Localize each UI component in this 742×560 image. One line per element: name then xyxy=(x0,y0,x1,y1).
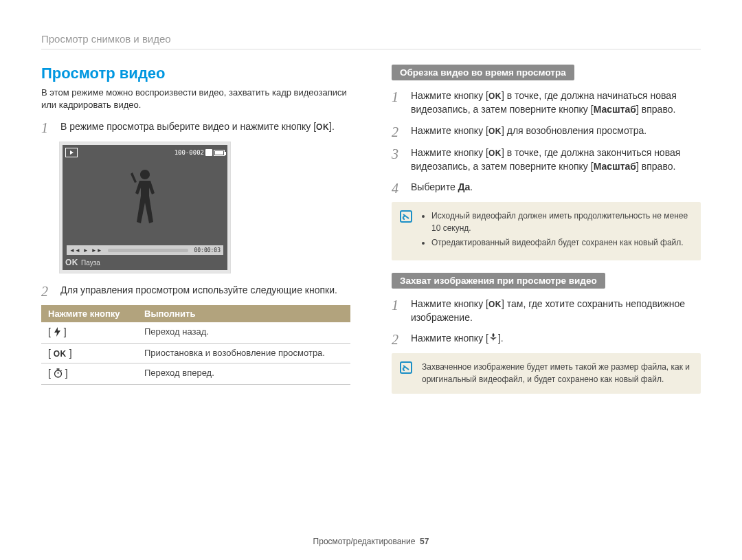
yes-label: Да xyxy=(458,181,471,192)
left-step-2: 2 Для управления просмотром используйте … xyxy=(41,283,350,298)
step-text-part: ]. xyxy=(329,121,335,132)
rewind-icon: ◄◄ xyxy=(69,247,80,254)
step-text-part: ] для возобновления просмотра. xyxy=(502,125,647,136)
step-text-part: Нажмите кнопку [ xyxy=(411,333,488,344)
bracket: ] xyxy=(61,326,67,337)
ok-label: OK xyxy=(65,258,78,267)
key-cell: [ ] xyxy=(41,322,137,343)
battery-icon xyxy=(214,150,225,156)
play-icon: ► xyxy=(83,247,89,254)
capture-step-1: 1 Нажмите кнопку [OK] там, где хотите со… xyxy=(392,297,701,325)
macro-icon xyxy=(488,332,498,346)
action-cell: Приостановка и возобновление просмотра. xyxy=(137,344,350,363)
playback-controls-bar: ◄◄ ► ►► 00:00:03 xyxy=(67,245,223,255)
table-row: [ ] Переход вперед. xyxy=(41,363,350,385)
step-number: 3 xyxy=(392,146,404,174)
step-text-part: ] вправо. xyxy=(636,161,675,172)
trim-step-3: 3 Нажмите кнопку [OK] в точке, где должн… xyxy=(392,146,701,174)
note-text: Захваченное изображение будет иметь тако… xyxy=(422,362,690,383)
right-column: Обрезка видео во время просмотра 1 Нажми… xyxy=(392,65,701,406)
timer-icon xyxy=(54,368,63,380)
footer-section: Просмотр/редактирование xyxy=(313,537,416,546)
step-number: 2 xyxy=(392,331,404,346)
page-footer: Просмотр/редактирование 57 xyxy=(0,537,742,546)
page-number: 57 xyxy=(420,537,429,546)
step-text-part: ] вправо. xyxy=(636,104,675,115)
trim-step-4: 4 Выберите Да. xyxy=(392,180,701,195)
ok-label: OK xyxy=(316,122,329,132)
zoom-label: Масштаб xyxy=(594,104,636,115)
note-item: Исходный видеофайл должен иметь продолжи… xyxy=(431,210,691,234)
ok-label: OK xyxy=(488,148,502,158)
step-text-part: Нажмите кнопку [ xyxy=(411,90,488,101)
left-step-1: 1 В режиме просмотра выберите видео и на… xyxy=(41,120,350,135)
note-item: Отредактированный видеофайл будет сохран… xyxy=(431,237,691,249)
breadcrumb: Просмотр снимков и видео xyxy=(41,33,701,49)
elapsed-time: 00:00:03 xyxy=(194,247,221,254)
ok-label: OK xyxy=(488,300,502,309)
section-title: Просмотр видео xyxy=(41,65,350,82)
step-text-part: . xyxy=(470,181,473,192)
person-silhouette xyxy=(124,170,166,245)
playback-mode-icon xyxy=(65,148,78,157)
bracket: ] xyxy=(63,368,68,379)
action-cell: Переход вперед. xyxy=(137,363,350,385)
trim-step-1: 1 Нажмите кнопку [OK] в точке, где должн… xyxy=(392,89,701,117)
table-header: Выполнить xyxy=(137,305,350,322)
step-text-part: В режиме просмотра выберите видео и нажм… xyxy=(60,121,316,132)
step-text-part: Выберите xyxy=(411,181,458,192)
key-cell: [ OK ] xyxy=(41,344,137,363)
step-text-part: Нажмите кнопку [ xyxy=(411,147,488,158)
step-text: Нажмите кнопку [OK] там, где хотите сохр… xyxy=(411,297,701,325)
bracket: [ xyxy=(48,348,54,359)
left-column: Просмотр видео В этом режиме можно воспр… xyxy=(41,65,350,406)
trim-step-2: 2 Нажмите кнопку [OK] для возобновления … xyxy=(392,124,701,139)
ok-label: OK xyxy=(488,126,502,136)
table-row: [ OK ] Приостановка и возобновление прос… xyxy=(41,344,350,363)
pause-caption: Пауза xyxy=(81,259,100,267)
step-text: Выберите Да. xyxy=(411,180,701,195)
trim-subheading: Обрезка видео во время просмотра xyxy=(392,65,574,80)
memory-card-icon xyxy=(205,149,212,156)
zoom-label: Масштаб xyxy=(594,161,636,172)
table-row: [ ] Переход назад. xyxy=(41,322,350,343)
step-number: 2 xyxy=(392,124,404,139)
note-icon xyxy=(400,210,412,223)
step-text: Нажмите кнопку [OK] в точке, где должна … xyxy=(411,89,701,117)
step-text-part: Нажмите кнопку [ xyxy=(411,298,488,309)
bracket: [ xyxy=(48,368,54,379)
step-number: 1 xyxy=(392,297,404,325)
ok-label: OK xyxy=(54,349,67,359)
intro-text: В этом режиме можно воспроизвести видео,… xyxy=(41,87,350,111)
step-text-part: Нажмите кнопку [ xyxy=(411,125,488,136)
bracket: [ xyxy=(48,326,54,337)
step-text: Для управления просмотром используйте сл… xyxy=(60,283,350,298)
step-text: Нажмите кнопку []. xyxy=(411,331,701,346)
trim-note-box: Исходный видеофайл должен иметь продолжи… xyxy=(392,202,701,260)
forward-icon: ►► xyxy=(91,247,102,254)
table-header: Нажмите кнопку xyxy=(41,305,137,322)
capture-subheading: Захват изображения при просмотре видео xyxy=(392,273,605,289)
capture-note-box: Захваченное изображение будет иметь тако… xyxy=(392,353,701,394)
capture-step-2: 2 Нажмите кнопку []. xyxy=(392,331,701,346)
step-number: 4 xyxy=(392,180,404,195)
step-text: Нажмите кнопку [OK] для возобновления пр… xyxy=(411,124,701,139)
action-cell: Переход назад. xyxy=(137,322,350,343)
step-number: 2 xyxy=(41,283,54,298)
video-playback-screenshot: 100-0002 ◄◄ ► ►► xyxy=(59,142,231,273)
step-text-part: ]. xyxy=(498,333,504,344)
controls-table: Нажмите кнопку Выполнить [ ] Переход наз… xyxy=(41,305,350,385)
step-number: 1 xyxy=(392,89,404,117)
step-text: В режиме просмотра выберите видео и нажм… xyxy=(60,120,350,135)
file-counter: 100-0002 xyxy=(175,149,204,156)
bracket: ] xyxy=(67,348,72,359)
flash-icon xyxy=(54,327,61,339)
step-text: Нажмите кнопку [OK] в точке, где должна … xyxy=(411,146,701,174)
note-icon xyxy=(400,361,412,374)
ok-label: OK xyxy=(488,91,502,101)
progress-bar xyxy=(108,249,189,252)
key-cell: [ ] xyxy=(41,363,137,385)
step-number: 1 xyxy=(41,120,54,135)
two-column-layout: Просмотр видео В этом режиме можно воспр… xyxy=(41,65,701,406)
